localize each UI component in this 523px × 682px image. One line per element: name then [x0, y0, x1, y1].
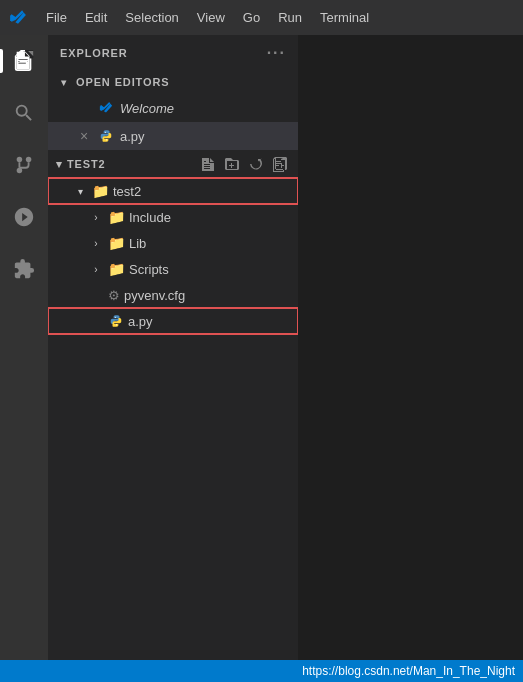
main-area: EXPLORER ··· ▾ OPEN EDITORS ×	[0, 35, 523, 660]
collapse-all-button[interactable]	[270, 154, 290, 174]
new-file-button[interactable]	[198, 154, 218, 174]
tree-item-include-chevron: ›	[88, 209, 104, 225]
status-url: https://blog.csdn.net/Man_In_The_Night	[302, 664, 515, 678]
open-editors-section: ▾ OPEN EDITORS × Welcome ×	[48, 70, 298, 150]
tree-actions	[198, 154, 290, 174]
svg-point-6	[106, 139, 107, 140]
svg-point-8	[116, 324, 117, 325]
explorer-menu-button[interactable]: ···	[267, 44, 286, 62]
refresh-button[interactable]	[246, 154, 266, 174]
open-editor-apy[interactable]: × a.py	[48, 122, 298, 150]
menu-edit[interactable]: Edit	[77, 6, 115, 29]
welcome-file-name: Welcome	[120, 101, 174, 116]
status-bar: https://blog.csdn.net/Man_In_The_Night	[0, 660, 523, 682]
menu-view[interactable]: View	[189, 6, 233, 29]
activity-extensions-icon[interactable]	[6, 251, 42, 287]
svg-point-3	[26, 157, 32, 163]
new-folder-button[interactable]	[222, 154, 242, 174]
tree-item-scripts[interactable]: › 📁 Scripts	[48, 256, 298, 282]
tree-item-include[interactable]: › 📁 Include	[48, 204, 298, 230]
tree-item-pyvenv[interactable]: › ⚙ pyvenv.cfg	[48, 282, 298, 308]
open-editors-header[interactable]: ▾ OPEN EDITORS	[48, 70, 298, 94]
tree-item-apy[interactable]: › a.py	[48, 308, 298, 334]
explorer-header: EXPLORER ···	[48, 35, 298, 70]
activity-run-icon[interactable]	[6, 199, 42, 235]
tree-section-header: ▾ TEST2	[48, 150, 298, 178]
tree-item-test2-label: test2	[113, 184, 141, 199]
editor-area	[298, 35, 523, 660]
tree-item-scripts-label: Scripts	[129, 262, 169, 277]
tree-root-toggle[interactable]: ▾ TEST2	[56, 158, 106, 171]
tree-item-apy-label: a.py	[128, 314, 153, 329]
apy-file-name: a.py	[120, 129, 145, 144]
vscode-file-icon	[98, 100, 114, 116]
menu-bar: File Edit Selection View Go Run Terminal	[0, 0, 523, 35]
activity-bar	[0, 35, 48, 660]
menu-go[interactable]: Go	[235, 6, 268, 29]
tree-root-label: TEST2	[67, 158, 106, 170]
open-editors-label: OPEN EDITORS	[76, 76, 169, 88]
menu-run[interactable]: Run	[270, 6, 310, 29]
svg-point-5	[105, 132, 106, 133]
folder-icon-test2: 📁	[92, 183, 109, 199]
tree-item-scripts-chevron: ›	[88, 261, 104, 277]
sidebar: EXPLORER ··· ▾ OPEN EDITORS ×	[48, 35, 298, 660]
tree-root-chevron: ▾	[56, 158, 63, 171]
gear-file-icon: ⚙	[108, 288, 120, 303]
menu-terminal[interactable]: Terminal	[312, 6, 377, 29]
menu-selection[interactable]: Selection	[117, 6, 186, 29]
open-editor-welcome[interactable]: × Welcome	[48, 94, 298, 122]
activity-search-icon[interactable]	[6, 95, 42, 131]
tree-item-include-label: Include	[129, 210, 171, 225]
menu-file[interactable]: File	[38, 6, 75, 29]
explorer-label: EXPLORER	[60, 47, 128, 59]
python-file-icon-tree	[108, 313, 124, 329]
tree-item-pyvenv-label: pyvenv.cfg	[124, 288, 185, 303]
tree-item-lib-chevron: ›	[88, 235, 104, 251]
svg-point-2	[17, 157, 23, 163]
python-file-icon-openeditor	[98, 128, 114, 144]
svg-point-7	[115, 317, 116, 318]
vscode-logo	[8, 8, 28, 28]
file-tree-section: ▾ TEST2	[48, 150, 298, 660]
tree-item-test2[interactable]: ▾ 📁 test2	[48, 178, 298, 204]
folder-icon-lib: 📁	[108, 235, 125, 251]
tree-item-test2-chevron: ▾	[72, 183, 88, 199]
folder-icon-scripts: 📁	[108, 261, 125, 277]
activity-files-icon[interactable]	[6, 43, 42, 79]
tree-item-lib[interactable]: › 📁 Lib	[48, 230, 298, 256]
activity-source-control-icon[interactable]	[6, 147, 42, 183]
open-editors-chevron: ▾	[56, 74, 72, 90]
close-apy-button[interactable]: ×	[76, 128, 92, 144]
folder-icon-include: 📁	[108, 209, 125, 225]
tree-item-lib-label: Lib	[129, 236, 146, 251]
